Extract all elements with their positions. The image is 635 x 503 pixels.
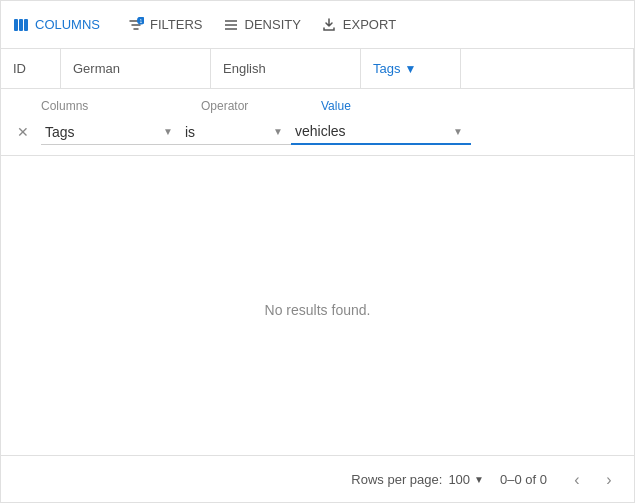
empty-message: No results found.: [265, 302, 371, 318]
toolbar: COLUMNS 1 FILTERS DENSITY: [1, 1, 634, 49]
rows-per-page-value: 100: [448, 472, 470, 487]
filter-column-select[interactable]: Tags ▼: [41, 120, 181, 145]
filter-value-text: vehicles: [295, 123, 346, 139]
pagination-nav: ‹ ›: [563, 466, 623, 494]
footer: Rows per page: 100 ▼ 0–0 of 0 ‹ ›: [0, 455, 635, 503]
col-header-german[interactable]: German: [61, 49, 211, 88]
col-header-tags[interactable]: Tags ▼: [361, 49, 461, 88]
col-german-label: German: [73, 61, 120, 76]
operator-select-chevron: ▼: [273, 126, 283, 137]
columns-icon: [13, 17, 29, 33]
col-header-id[interactable]: ID: [1, 49, 61, 88]
export-icon: [321, 17, 337, 33]
columns-button[interactable]: COLUMNS: [13, 17, 100, 33]
svg-rect-0: [14, 19, 18, 31]
column-headers: ID German English Tags ▼: [1, 49, 634, 89]
density-label: DENSITY: [245, 17, 301, 32]
rows-per-page-label: Rows per page:: [351, 472, 442, 487]
main-content: No results found.: [1, 156, 634, 463]
rows-per-page-chevron: ▼: [474, 474, 484, 485]
filter-col-header: Columns: [41, 99, 201, 113]
columns-label: COLUMNS: [35, 17, 100, 32]
filter-value-select[interactable]: vehicles ▼: [291, 119, 471, 145]
svg-rect-1: [19, 19, 23, 31]
filter-operator-select[interactable]: is ▼: [181, 120, 291, 145]
export-label: EXPORT: [343, 17, 396, 32]
next-page-button[interactable]: ›: [595, 466, 623, 494]
header-right-border: [633, 49, 634, 88]
filter-column-value: Tags: [45, 124, 75, 140]
column-select-chevron: ▼: [163, 126, 173, 137]
rows-per-page-container: Rows per page: 100 ▼: [351, 472, 484, 487]
col-english-label: English: [223, 61, 266, 76]
value-select-chevron: ▼: [453, 126, 463, 137]
prev-page-button[interactable]: ‹: [563, 466, 591, 494]
pagination-info: 0–0 of 0: [500, 472, 547, 487]
density-button[interactable]: DENSITY: [223, 17, 301, 33]
filter-op-header: Operator: [201, 99, 321, 113]
density-icon: [223, 17, 239, 33]
rows-per-page-select[interactable]: 100 ▼: [448, 472, 484, 487]
filter-icon: 1: [128, 17, 144, 33]
svg-text:1: 1: [140, 17, 143, 23]
filter-headers: Columns Operator Value: [17, 99, 618, 113]
filter-operator-value: is: [185, 124, 195, 140]
filter-remove-button[interactable]: ✕: [17, 124, 41, 140]
col-tags-label: Tags: [373, 61, 400, 76]
filter-panel: Columns Operator Value ✕ Tags ▼ is ▼ veh…: [1, 89, 634, 156]
tags-filter-icon: ▼: [404, 62, 416, 76]
export-button[interactable]: EXPORT: [321, 17, 396, 33]
col-header-english[interactable]: English: [211, 49, 361, 88]
col-id-label: ID: [13, 61, 26, 76]
filter-row: ✕ Tags ▼ is ▼ vehicles ▼: [17, 119, 618, 145]
filters-label: FILTERS: [150, 17, 203, 32]
svg-rect-2: [24, 19, 28, 31]
filters-button[interactable]: 1 FILTERS: [128, 17, 203, 33]
filter-val-header: Value: [321, 99, 351, 113]
